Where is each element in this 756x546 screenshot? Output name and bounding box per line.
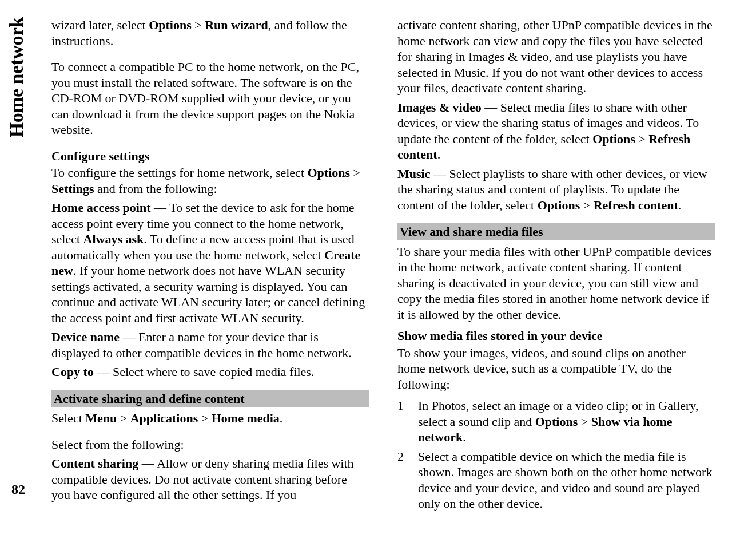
menu-option: Options	[592, 132, 635, 146]
setting-label: Home access point	[51, 200, 151, 215]
configure-settings-heading: Configure settings	[51, 148, 369, 164]
steps-list: 1 In Photos, select an image or a video …	[397, 398, 715, 512]
step-text: In Photos, select an image or a video cl…	[418, 398, 715, 445]
text: wizard later, select	[51, 18, 149, 32]
step-text: Select a compatible device on which the …	[418, 449, 715, 512]
activate-sharing-heading: Activate sharing and define content	[51, 390, 369, 407]
home-access-point-item: Home access point — To set the device to…	[51, 200, 369, 326]
text: . If your home network does not have WLA…	[51, 263, 365, 325]
menu-option: Options	[538, 198, 580, 212]
page-number: 82	[11, 482, 25, 497]
device-name-item: Device name — Enter a name for your devi…	[51, 329, 369, 361]
list-item: 2 Select a compatible device on which th…	[397, 449, 715, 512]
text: >	[117, 411, 130, 425]
setting-label: Images & video	[397, 100, 482, 114]
view-share-paragraph: To share your media files with other UPn…	[397, 244, 715, 323]
step-number: 2	[397, 449, 405, 512]
menu-option: Applications	[130, 411, 198, 425]
text: >	[580, 198, 593, 212]
menu-option: Run wizard	[205, 18, 268, 32]
text: — Select where to save copied media file…	[94, 365, 314, 379]
menu-option: Options	[149, 18, 192, 32]
menu-option: Settings	[51, 181, 94, 196]
setting-label: Copy to	[51, 365, 94, 379]
intro-paragraph-1: wizard later, select Options > Run wizar…	[51, 17, 369, 49]
text: >	[635, 132, 648, 146]
setting-label: Device name	[51, 330, 120, 344]
select-from-following: Select from the following:	[51, 437, 369, 453]
step-number: 1	[397, 398, 405, 445]
text: .	[280, 411, 283, 425]
menu-option: Options	[535, 414, 578, 429]
text: .	[463, 430, 466, 444]
show-media-intro: To show your images, videos, and sound c…	[397, 345, 715, 393]
page-content: wizard later, select Options > Run wizar…	[0, 0, 756, 546]
menu-option: Options	[308, 165, 351, 180]
menu-option: Always ask	[83, 232, 144, 246]
side-section-label: Home network	[6, 17, 27, 137]
images-video-item: Images & video — Select media files to s…	[397, 100, 715, 163]
menu-option: Refresh content	[594, 198, 678, 212]
text: >	[350, 165, 360, 180]
text: and from the following:	[94, 181, 217, 196]
text: Select	[51, 411, 85, 425]
content-sharing-item: Content sharing — Allow or deny sharing …	[51, 456, 369, 503]
activate-path: Select Menu > Applications > Home media.	[51, 410, 369, 426]
menu-option: Home media	[212, 411, 280, 425]
text: >	[192, 18, 205, 32]
music-item: Music — Select playlists to share with o…	[397, 166, 715, 213]
intro-paragraph-2: To connect a compatible PC to the home n…	[51, 59, 369, 138]
text: .	[437, 147, 441, 161]
right-column: activate content sharing, other UPnP com…	[397, 17, 715, 535]
view-share-heading: View and share media files	[397, 223, 715, 240]
content-sharing-continued: activate content sharing, other UPnP com…	[397, 17, 715, 96]
text: >	[578, 414, 591, 429]
menu-option: Menu	[85, 411, 117, 425]
text: To configure the settings for home netwo…	[51, 165, 308, 180]
text: >	[198, 411, 211, 425]
show-media-heading: Show media files stored in your device	[397, 328, 715, 344]
text: .	[678, 198, 682, 212]
left-column: wizard later, select Options > Run wizar…	[51, 17, 369, 535]
setting-label: Music	[397, 167, 430, 181]
setting-label: Content sharing	[51, 456, 138, 470]
list-item: 1 In Photos, select an image or a video …	[397, 398, 715, 445]
copy-to-item: Copy to — Select where to save copied me…	[51, 364, 369, 380]
configure-intro: To configure the settings for home netwo…	[51, 165, 369, 196]
